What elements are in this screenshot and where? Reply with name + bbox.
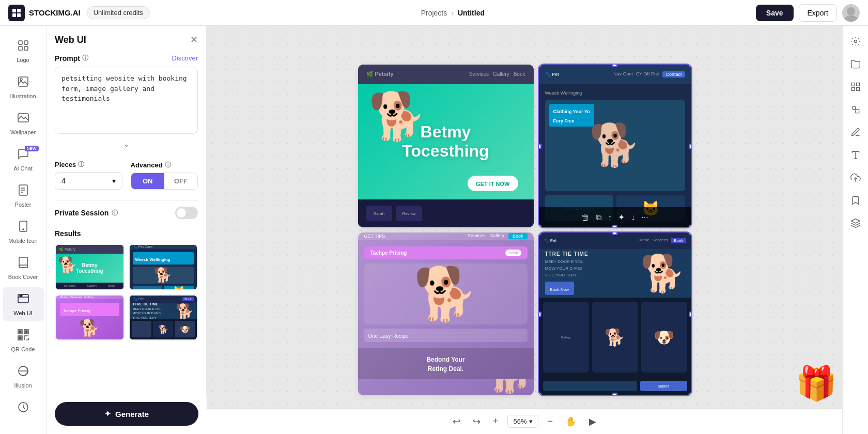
sidebar-item-web-ui[interactable]: Web UI xyxy=(3,287,44,321)
prompt-expand-button[interactable]: ⌄ xyxy=(55,136,198,152)
canvas-area: 🌿 Petsify Services Gallery Book BetmyToc… xyxy=(207,26,842,434)
sidebar-label-wallpaper: Wallpaper xyxy=(10,129,36,135)
redo-button[interactable]: ↪ xyxy=(470,414,484,429)
zoom-display[interactable]: 56% ▾ xyxy=(507,415,538,428)
discover-link[interactable]: Discover xyxy=(172,54,198,62)
right-pen-button[interactable] xyxy=(846,123,865,142)
topbar: STOCKIMG.AI Unlimited credits Projects ›… xyxy=(0,0,868,26)
result-item-4[interactable]: 🐾 Pet Book TTRE TIE TIME MEEY DOUR E YOL… xyxy=(129,295,198,341)
prompt-textarea-wrapper: petsitting website with booking form, im… xyxy=(55,67,198,152)
prompt-label: Prompt ⓘ xyxy=(55,54,88,63)
prompt-info-icon[interactable]: ⓘ xyxy=(82,54,88,63)
avatar[interactable] xyxy=(842,4,860,22)
card-copy-button[interactable]: ⧉ xyxy=(596,213,601,222)
svg-rect-10 xyxy=(19,77,28,86)
private-toggle[interactable] xyxy=(175,207,198,219)
advanced-off-button[interactable]: OFF xyxy=(164,173,197,189)
resize-handle-4-bl[interactable] xyxy=(539,393,541,395)
pan-button[interactable]: ✋ xyxy=(562,414,580,429)
sidebar-item-illustration[interactable]: Illustration xyxy=(3,70,44,104)
svg-rect-38 xyxy=(851,88,855,91)
logo-area[interactable]: STOCKIMG.AI xyxy=(8,5,81,21)
resize-handle-4-ml[interactable] xyxy=(539,312,541,317)
panel-close-button[interactable]: ✕ xyxy=(190,34,198,45)
doc-title[interactable]: Untitled xyxy=(458,9,485,17)
svg-point-21 xyxy=(20,296,21,297)
zoom-value: 56% xyxy=(513,417,526,425)
zoom-out-button[interactable]: − xyxy=(545,414,556,429)
svg-rect-26 xyxy=(25,331,27,333)
cursor-button[interactable]: ▶ xyxy=(586,414,599,429)
result-item-2[interactable]: 🐾 Pet Care Weesb Wellinging 🐕 🐱 xyxy=(129,244,198,290)
card-delete-button[interactable]: 🗑 xyxy=(581,213,590,222)
sidebar-item-qr-code[interactable]: QR Code xyxy=(3,323,44,358)
sidebar-item-illusion[interactable]: Illusion xyxy=(3,360,44,394)
resize-handle-mr[interactable] xyxy=(689,144,691,149)
new-badge: NEW xyxy=(25,146,39,151)
svg-rect-3 xyxy=(17,13,21,17)
sidebar-item-poster[interactable]: Poster xyxy=(3,179,44,213)
svg-rect-1 xyxy=(17,9,21,12)
canvas-card-2[interactable]: 🐾 Pet Nav Cont CY Off Prot Contact Weesb… xyxy=(539,65,691,227)
resize-handle-ml[interactable] xyxy=(539,144,541,149)
card-edit-button[interactable]: ✦ xyxy=(618,212,625,222)
projects-link[interactable]: Projects xyxy=(421,9,447,17)
resize-handle-4-tl[interactable] xyxy=(539,233,541,235)
advanced-on-button[interactable]: ON xyxy=(131,173,164,189)
resize-handle-4-mt[interactable] xyxy=(612,233,617,235)
right-text-button[interactable] xyxy=(846,146,865,164)
canvas-card-4[interactable]: 🐾 Pet Home Services Book TTRE TIE TIME M… xyxy=(539,233,691,395)
sidebar-item-history[interactable] xyxy=(3,396,44,422)
card-download-button[interactable]: ↓ xyxy=(631,213,635,222)
svg-point-4 xyxy=(847,7,855,16)
private-info-icon[interactable]: ⓘ xyxy=(112,209,118,218)
result-item-1[interactable]: 🌿 Petsify BetmyTocesthing 🐕 Services Gal… xyxy=(55,244,125,290)
resize-handle-4-mb[interactable] xyxy=(612,393,617,395)
sidebar-item-book-cover[interactable]: Book Cover xyxy=(3,251,44,285)
right-layers-button[interactable] xyxy=(846,214,865,233)
resize-handle-4-mr[interactable] xyxy=(689,312,691,317)
illusion-icon xyxy=(17,365,29,380)
right-upload-button[interactable] xyxy=(846,168,865,187)
resize-handle-bl[interactable] xyxy=(539,225,541,227)
card-upload-button[interactable]: ↑ xyxy=(608,213,612,222)
sidebar-label-mobile-icon: Mobile Icon xyxy=(8,238,37,244)
right-settings-button[interactable] xyxy=(846,32,865,51)
resize-handle-mb[interactable] xyxy=(612,225,617,227)
sidebar-label-poster: Poster xyxy=(15,202,32,208)
sidebar-item-wallpaper[interactable]: Wallpaper xyxy=(3,106,44,141)
sidebar-item-logo[interactable]: Logo xyxy=(3,34,44,68)
undo-button[interactable]: ↩ xyxy=(450,414,463,429)
panel-header: Web UI ✕ xyxy=(55,34,198,45)
export-button[interactable]: Export xyxy=(799,4,837,22)
gift-box[interactable]: 🎁 xyxy=(796,364,837,403)
right-bookmark-button[interactable] xyxy=(846,191,865,210)
svg-point-5 xyxy=(844,16,858,22)
canvas-card-3[interactable]: GET TIPS Services Gallery Book Taehpe Pr… xyxy=(358,233,534,395)
pieces-advanced-row: Pieces ⓘ 4 ▾ Advanced ⓘ ON OFF xyxy=(55,160,198,190)
right-folder-button[interactable] xyxy=(846,55,865,73)
resize-handle-mt[interactable] xyxy=(612,65,617,67)
sidebar-item-mobile-icon[interactable]: Mobile Icon xyxy=(3,215,44,249)
advanced-info-icon[interactable]: ⓘ xyxy=(165,161,171,169)
resize-handle-tl[interactable] xyxy=(539,65,541,67)
sidebar-item-ai-chat[interactable]: NEW AI Chat xyxy=(3,143,44,177)
resize-handle-br[interactable] xyxy=(689,225,691,227)
resize-handle-tr[interactable] xyxy=(689,65,691,67)
zoom-in-button[interactable]: + xyxy=(490,414,502,429)
pieces-info-icon[interactable]: ⓘ xyxy=(78,160,84,169)
prompt-textarea[interactable]: petsitting website with booking form, im… xyxy=(55,67,198,134)
topbar-left: STOCKIMG.AI Unlimited credits xyxy=(8,5,150,21)
svg-point-18 xyxy=(23,229,24,230)
credits-badge[interactable]: Unlimited credits xyxy=(87,6,150,19)
save-button[interactable]: Save xyxy=(756,5,794,21)
generate-button[interactable]: ✦ Generate xyxy=(55,402,198,426)
resize-handle-4-br[interactable] xyxy=(689,393,691,395)
canvas-card-1[interactable]: 🌿 Petsify Services Gallery Book BetmyToc… xyxy=(358,65,534,227)
card-more-button[interactable]: ··· xyxy=(641,213,648,222)
right-grid-button[interactable] xyxy=(846,78,865,96)
result-item-3[interactable]: Home Services Gallery Taehpe Pricing 🐕 O… xyxy=(55,295,125,341)
right-shapes-button[interactable] xyxy=(846,100,865,119)
resize-handle-4-tr[interactable] xyxy=(689,233,691,235)
pieces-select[interactable]: 4 ▾ xyxy=(55,172,122,190)
